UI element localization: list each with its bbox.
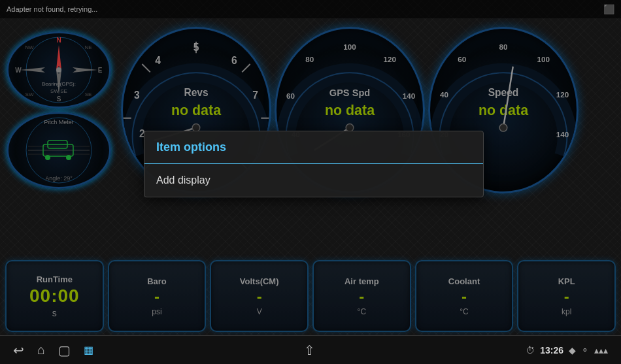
- nav-bar: ↩ ⌂ ▢ ▦ ⇧ ⏱ 13:26 ◆ ⚬ ▴▴▴: [0, 335, 621, 364]
- time-display: 13:26: [540, 345, 563, 356]
- context-menu: Item options Add display: [144, 131, 484, 197]
- nav-right-area: ⏱ 13:26 ◆ ⚬ ▴▴▴: [526, 345, 608, 356]
- nav-left: ↩ ⌂ ▢ ▦: [13, 342, 93, 358]
- recents-button[interactable]: ▢: [58, 342, 71, 358]
- context-menu-title: Item options: [144, 131, 483, 164]
- signal-icon: ▴▴▴: [594, 345, 608, 356]
- adapter-status: Adapter not found, retrying...: [7, 5, 97, 13]
- status-bar: Adapter not found, retrying... ⬛: [0, 0, 621, 18]
- home-button[interactable]: ⌂: [37, 342, 45, 357]
- wifi-icon: ⬛: [603, 4, 614, 14]
- back-button[interactable]: ↩: [13, 342, 24, 358]
- nav-center: ⇧: [304, 342, 315, 358]
- bluetooth-icon: ◆: [569, 345, 576, 356]
- qr-button[interactable]: ▦: [84, 344, 93, 356]
- alarm-icon: ⚬: [581, 345, 589, 356]
- status-bar-right: ⬛: [603, 4, 614, 14]
- up-arrow-icon[interactable]: ⇧: [304, 342, 315, 358]
- clock-icon: ⏱: [526, 345, 535, 356]
- add-display-item[interactable]: Add display: [144, 164, 483, 197]
